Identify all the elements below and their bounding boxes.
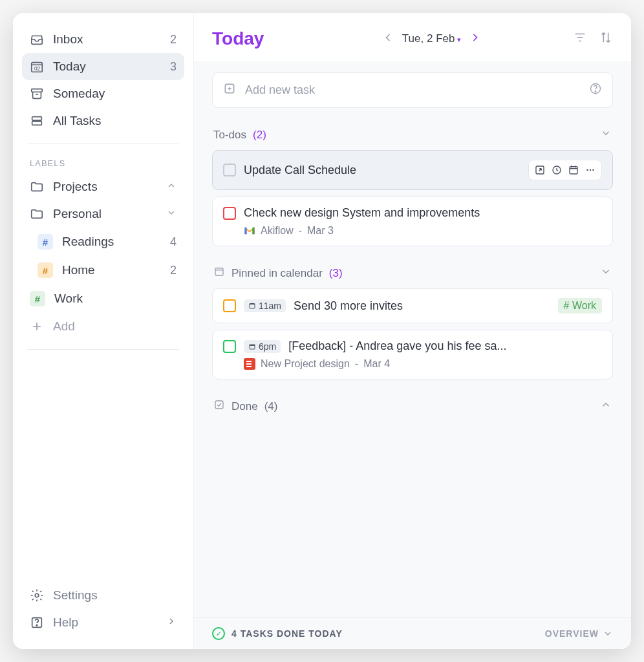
clock-icon[interactable]: [550, 163, 564, 177]
task-label[interactable]: # Work: [558, 298, 602, 314]
filter-button[interactable]: [573, 30, 587, 47]
sidebar-folder-projects[interactable]: Projects: [22, 173, 184, 200]
main-panel: Today Tue, 2 Feb ▾: [194, 13, 631, 649]
divider: [27, 349, 179, 350]
labels-header: LABELS: [22, 153, 184, 173]
next-day-button[interactable]: [466, 28, 484, 49]
section-count: (3): [329, 267, 343, 280]
svg-rect-18: [250, 304, 255, 309]
help-icon: [30, 615, 44, 630]
gmail-icon: [244, 226, 255, 235]
sidebar-label-readings[interactable]: # Readings 4: [22, 228, 184, 256]
section-header-todos[interactable]: To-dos (2): [212, 123, 613, 150]
gear-icon: [30, 588, 44, 603]
sidebar-item-label: All Tasks: [53, 114, 102, 128]
label-count: 4: [170, 235, 177, 249]
task-title: Check new design System and improvements: [244, 206, 480, 220]
svg-rect-4: [32, 122, 42, 125]
sidebar-item-today[interactable]: 02 Today 3: [22, 53, 184, 80]
task-date: Mar 4: [363, 358, 390, 370]
task-item[interactable]: 11am Send 30 more invites # Work: [212, 288, 613, 323]
help-circle-icon[interactable]: [589, 82, 602, 98]
svg-point-10: [595, 91, 596, 92]
label-count: 2: [170, 264, 177, 277]
date-text: Tue, 2 Feb: [402, 32, 455, 45]
section-label: Pinned in calendar: [231, 267, 323, 280]
svg-text:02: 02: [34, 66, 41, 72]
sidebar-help[interactable]: Help: [22, 609, 184, 636]
date-navigator: Tue, 2 Feb ▾: [379, 28, 484, 49]
sidebar-item-label: Today: [53, 59, 86, 74]
task-checkbox[interactable]: [223, 164, 236, 176]
plus-icon: [30, 319, 44, 334]
prev-day-button[interactable]: [379, 28, 397, 49]
folder-icon: [30, 207, 44, 221]
sidebar-item-alltasks[interactable]: All Tasks: [22, 107, 184, 134]
svg-point-7: [36, 625, 37, 625]
label-text: Work: [54, 292, 83, 306]
task-checkbox[interactable]: [223, 207, 236, 220]
sidebar-item-count: 2: [170, 33, 177, 47]
task-title: [Feedback] - Andrea gave you his fee sa.…: [288, 339, 506, 353]
sidebar-settings[interactable]: Settings: [22, 582, 184, 609]
task-item[interactable]: 6pm [Feedback] - Andrea gave you his fee…: [212, 330, 613, 379]
more-icon[interactable]: [583, 163, 597, 177]
svg-rect-3: [32, 117, 42, 121]
section-pinned: Pinned in calendar (3) 11am Send 30 more…: [212, 262, 613, 379]
caret-down-icon: ▾: [455, 36, 460, 43]
section-todos: To-dos (2) Update Call Schedule: [212, 123, 613, 246]
overview-label: OVERVIEW: [545, 628, 599, 639]
task-meta: Akiflow - Mar 3: [223, 225, 602, 237]
section-done: Done (4): [212, 395, 613, 422]
add-task-input[interactable]: Add new task: [212, 72, 613, 108]
todoist-icon: [244, 358, 255, 370]
section-label: To-dos: [213, 129, 246, 142]
section-header-pinned[interactable]: Pinned in calendar (3): [212, 262, 613, 288]
svg-point-14: [586, 169, 588, 171]
sidebar-add-label[interactable]: Add: [22, 313, 184, 340]
task-checkbox[interactable]: [223, 299, 236, 312]
task-time: 6pm: [259, 341, 276, 352]
open-icon[interactable]: [533, 163, 547, 177]
inbox-icon: [30, 32, 44, 47]
sidebar-folder-personal[interactable]: Personal: [22, 200, 184, 228]
sidebar-item-someday[interactable]: Someday: [22, 80, 184, 107]
chevron-down-icon: [600, 127, 612, 142]
task-title: Send 30 more invites: [294, 299, 403, 313]
divider: [27, 144, 179, 144]
sidebar-footer: Settings Help: [22, 582, 184, 636]
hash-icon: #: [38, 262, 53, 278]
sort-button[interactable]: [599, 30, 613, 47]
overview-button[interactable]: OVERVIEW: [545, 628, 613, 639]
section-header-done[interactable]: Done (4): [212, 395, 613, 422]
svg-point-15: [590, 169, 591, 171]
task-title: Update Call Schedule: [244, 164, 356, 177]
hash-icon: #: [38, 234, 53, 250]
task-item[interactable]: Check new design System and improvements…: [212, 197, 613, 246]
plus-box-icon: [223, 82, 236, 98]
chevron-up-icon: [600, 399, 612, 414]
check-circle-icon: ✓: [212, 627, 225, 640]
content-area: Add new task To-dos (2) Update: [194, 61, 631, 617]
date-picker[interactable]: Tue, 2 Feb ▾: [402, 32, 461, 45]
task-time-pill: 6pm: [244, 340, 281, 353]
archive-icon: [30, 87, 44, 101]
calendar-icon[interactable]: [566, 163, 581, 177]
svg-rect-17: [215, 268, 223, 275]
task-meta: New Project design - Mar 4: [223, 358, 602, 370]
section-count: (4): [264, 400, 278, 413]
task-source: New Project design: [261, 358, 350, 370]
label-text: Home: [62, 263, 95, 277]
stack-icon: [30, 114, 44, 128]
task-checkbox[interactable]: [223, 340, 236, 353]
sidebar-label-home[interactable]: # Home 2: [22, 256, 184, 284]
sidebar-item-count: 3: [170, 60, 177, 74]
svg-rect-13: [570, 167, 577, 174]
svg-point-16: [592, 169, 594, 171]
sidebar: Inbox 2 02 Today 3 Someday All Tasks LAB…: [13, 13, 194, 649]
sidebar-label-work[interactable]: # Work: [22, 284, 184, 313]
folder-icon: [30, 180, 44, 194]
sidebar-item-inbox[interactable]: Inbox 2: [22, 26, 184, 53]
task-item[interactable]: Update Call Schedule: [212, 150, 613, 190]
svg-rect-2: [32, 89, 43, 92]
